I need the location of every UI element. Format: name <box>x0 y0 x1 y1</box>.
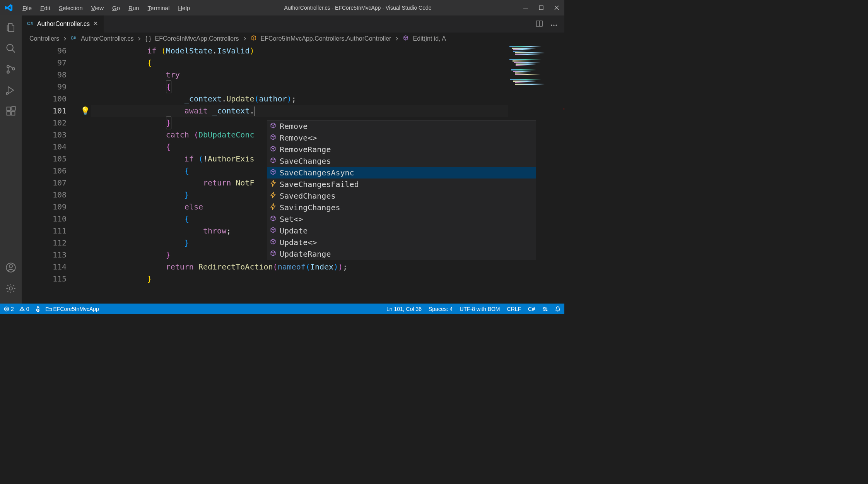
maximize-icon[interactable] <box>538 5 544 11</box>
menu-selection[interactable]: Selection <box>56 3 86 13</box>
line-number: 104 <box>22 141 79 153</box>
line-number: 114 <box>22 261 79 273</box>
suggest-item[interactable]: SavingChanges <box>267 202 536 213</box>
line-number: 100 <box>22 93 79 105</box>
explorer-icon[interactable] <box>5 22 17 33</box>
status-errors[interactable]: 2 <box>4 306 14 312</box>
suggest-label: SaveChanges <box>280 156 331 166</box>
event-icon <box>270 203 277 212</box>
menu-help[interactable]: Help <box>175 3 193 13</box>
svg-point-15 <box>9 264 12 268</box>
window-title: AuthorController.cs - EFCore5InMvcApp - … <box>195 5 520 11</box>
line-number: 108 <box>22 189 79 201</box>
svg-point-23 <box>551 24 552 26</box>
menu-terminal[interactable]: Terminal <box>145 3 173 13</box>
menu-run[interactable]: Run <box>125 3 142 13</box>
chevron-right-icon <box>395 37 399 41</box>
breadcrumb-file[interactable]: AuthorController.cs <box>81 35 133 42</box>
breadcrumb[interactable]: Controllers C# AuthorController.cs { } E… <box>22 33 564 45</box>
suggest-label: Update <box>280 226 308 235</box>
suggest-item[interactable]: Update<> <box>267 237 536 248</box>
lightbulb-icon[interactable]: 💡 <box>79 105 91 117</box>
suggest-item[interactable]: Remove <box>267 120 536 132</box>
code-lines[interactable]: if (ModelState.IsValid) { try { _context… <box>91 45 564 304</box>
method-icon <box>270 145 277 154</box>
status-lang[interactable]: C# <box>528 306 535 312</box>
gutter: 96 97 98 99 100 101💡 102 103 104 105 106… <box>22 45 91 304</box>
menu-file[interactable]: FFileile <box>19 3 35 13</box>
tab-label: AuthorController.cs <box>37 21 90 27</box>
method-icon <box>270 122 277 131</box>
more-actions-icon[interactable] <box>550 21 557 27</box>
menu-go[interactable]: Go <box>109 3 123 13</box>
svg-line-5 <box>12 50 15 53</box>
suggest-item[interactable]: UpdateRange <box>267 248 536 260</box>
suggest-item[interactable]: SavedChanges <box>267 190 536 202</box>
svg-rect-1 <box>539 6 543 10</box>
suggest-item[interactable]: SaveChanges <box>267 155 536 167</box>
minimize-icon[interactable] <box>523 5 529 11</box>
suggest-item[interactable]: SaveChangesAsync <box>267 167 536 178</box>
svg-point-8 <box>12 68 15 70</box>
suggest-label: SavingChanges <box>280 203 340 212</box>
method-icon <box>403 35 409 43</box>
line-number-active: 101 <box>22 105 79 117</box>
breadcrumb-method[interactable]: Edit(int id, A <box>413 35 446 42</box>
tab-close-icon[interactable] <box>93 21 98 27</box>
status-eol[interactable]: CRLF <box>507 306 521 312</box>
extensions-icon[interactable] <box>5 105 17 117</box>
status-spaces[interactable]: Spaces: 4 <box>429 306 453 312</box>
method-icon <box>270 249 277 259</box>
activity-bar <box>0 15 22 304</box>
editor-content[interactable]: 96 97 98 99 100 101💡 102 103 104 105 106… <box>22 45 564 304</box>
status-warnings[interactable]: 0 <box>19 306 29 312</box>
line-number: 103 <box>22 129 79 141</box>
suggest-item[interactable]: SaveChangesFailed <box>267 178 536 190</box>
line-number: 105 <box>22 153 79 165</box>
tab-author-controller[interactable]: C# AuthorController.cs <box>22 15 104 33</box>
settings-gear-icon[interactable] <box>5 283 17 294</box>
csharp-file-icon: C# <box>27 20 34 28</box>
suggest-item[interactable]: Update <box>267 225 536 237</box>
status-bell-icon[interactable] <box>555 306 560 312</box>
method-icon <box>270 215 277 224</box>
status-encoding[interactable]: UTF-8 with BOM <box>460 306 500 312</box>
status-flame-icon[interactable] <box>35 306 40 312</box>
title-bar: FFileile Edit Selection View Go Run Term… <box>0 0 564 15</box>
svg-point-25 <box>555 24 557 26</box>
svg-point-31 <box>22 310 22 311</box>
suggest-item[interactable]: Set<> <box>267 213 536 225</box>
breadcrumb-namespace[interactable]: EFCore5InMvcApp.Controllers <box>155 35 239 42</box>
suggest-label: Set<> <box>280 215 303 224</box>
suggest-item[interactable]: RemoveRange <box>267 144 536 155</box>
suggest-item[interactable]: Remove<> <box>267 132 536 144</box>
status-feedback-icon[interactable] <box>542 306 548 312</box>
run-debug-icon[interactable] <box>5 84 17 96</box>
breadcrumb-class[interactable]: EFCore5InMvcApp.Controllers.AuthorContro… <box>261 35 391 42</box>
method-icon <box>270 238 277 247</box>
suggest-label: Update<> <box>280 238 317 247</box>
close-icon[interactable] <box>554 5 560 11</box>
chevron-right-icon <box>63 37 67 41</box>
svg-rect-10 <box>7 107 10 111</box>
search-icon[interactable] <box>5 43 17 54</box>
main-layout: C# AuthorController.cs Controllers C# Au… <box>0 15 564 304</box>
line-number: 96 <box>22 45 79 57</box>
line-number: 115 <box>22 273 79 285</box>
account-icon[interactable] <box>5 262 17 273</box>
line-number: 109 <box>22 201 79 213</box>
line-number: 112 <box>22 237 79 249</box>
status-project[interactable]: EFCore5InMvcApp <box>46 306 99 312</box>
menu-edit[interactable]: Edit <box>37 3 53 13</box>
menu-view[interactable]: View <box>88 3 107 13</box>
svg-point-24 <box>553 24 554 26</box>
status-position[interactable]: Ln 101, Col 36 <box>386 306 422 312</box>
line-number: 107 <box>22 177 79 189</box>
breadcrumb-folder[interactable]: Controllers <box>29 35 59 42</box>
class-icon <box>251 35 257 43</box>
method-icon <box>270 226 277 235</box>
split-editor-icon[interactable] <box>536 20 543 28</box>
source-control-icon[interactable] <box>5 64 17 75</box>
line-number: 102 <box>22 117 79 129</box>
intellisense-popup[interactable]: RemoveRemove<>RemoveRangeSaveChangesSave… <box>267 120 536 260</box>
